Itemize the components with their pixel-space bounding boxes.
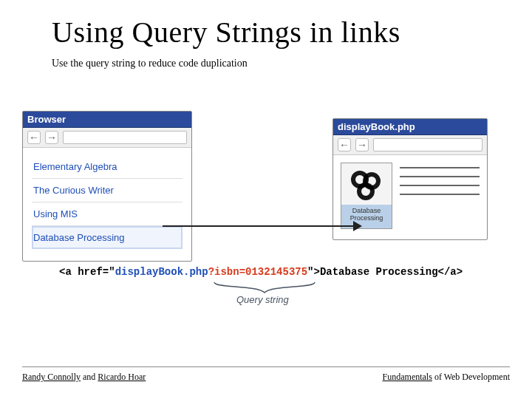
book-link-selected[interactable]: Database Processing (32, 226, 183, 249)
curly-brace-icon (213, 281, 316, 294)
book-cover: Database Processing (341, 163, 392, 229)
forward-button[interactable]: → (355, 138, 369, 151)
cover-art (348, 169, 385, 202)
detail-toolbar: ← → (333, 135, 487, 155)
browser-window: Browser ← → Elementary Algebra The Curio… (22, 111, 192, 262)
code-text: "> (307, 266, 320, 278)
back-button[interactable]: ← (27, 131, 41, 144)
book-link[interactable]: The Curious Writer (32, 179, 183, 202)
page-title: Using Query Strings in links (52, 15, 400, 50)
code-text: <a href=" (59, 266, 115, 278)
author-name: Ricardo Hoar (98, 372, 146, 382)
arrow-head-icon (353, 221, 362, 231)
book-link[interactable]: Using MIS (32, 202, 183, 226)
footer-book-title: Fundamentals of Web Development (383, 372, 510, 383)
page-subtitle: Use the query string to reduce code dupl… (52, 58, 248, 69)
detail-text-placeholder (400, 163, 480, 229)
footer-text: of Web Development (432, 372, 510, 382)
code-link-text: Database Processing (320, 266, 438, 278)
browser-titlebar: Browser (23, 112, 191, 128)
slide-footer: Randy Connolly and Ricardo Hoar Fundamen… (22, 366, 510, 383)
footer-authors: Randy Connolly and Ricardo Hoar (22, 372, 146, 383)
footer-text: and (81, 372, 98, 382)
detail-titlebar: displayBook.php (333, 119, 487, 135)
code-filename: displayBook.php (115, 266, 208, 278)
book-link[interactable]: Elementary Algebra (32, 155, 183, 179)
url-input[interactable] (373, 138, 482, 151)
diagram: Browser ← → Elementary Algebra The Curio… (22, 111, 510, 318)
browser-body: Elementary Algebra The Curious Writer Us… (23, 148, 191, 261)
code-query-string: isbn=0132145375 (214, 266, 307, 278)
arrow-line (163, 225, 355, 227)
footer-text: Fundamentals (383, 372, 432, 382)
code-question-mark: ? (208, 266, 214, 278)
forward-button[interactable]: → (45, 131, 58, 144)
slide: Using Query Strings in links Use the que… (0, 0, 532, 399)
browser-toolbar: ← → (23, 128, 191, 148)
author-name: Randy Connolly (22, 372, 81, 382)
url-input[interactable] (63, 131, 187, 144)
code-text: </a> (438, 266, 463, 278)
back-button[interactable]: ← (338, 138, 351, 151)
code-example: <a href="displayBook.php?isbn=0132145375… (59, 266, 463, 278)
query-string-label: Query string (236, 294, 289, 305)
